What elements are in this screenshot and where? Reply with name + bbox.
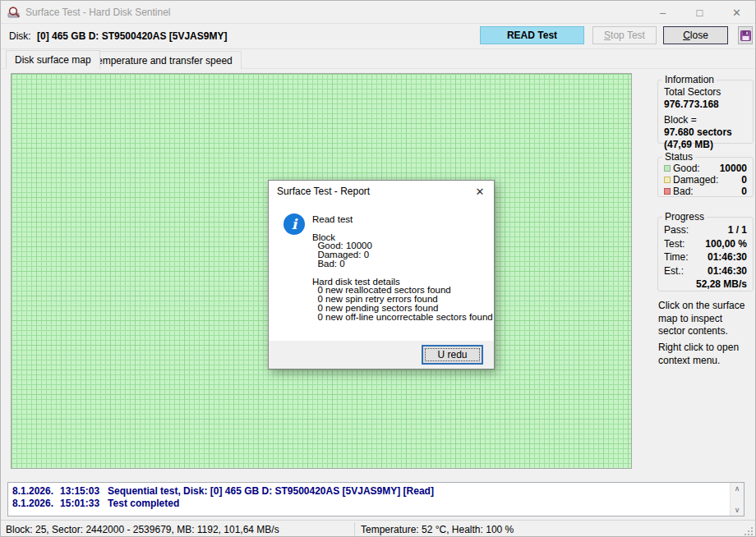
scroll-up-icon[interactable]: ∧ — [731, 483, 744, 494]
progress-title: Progress — [662, 211, 707, 223]
speed-value: 52,28 MB/s — [696, 278, 747, 291]
test-label: Test: — [664, 237, 685, 251]
progress-panel: Progress Pass: 1 / 1 Test: 100,00 % Time… — [657, 217, 754, 291]
log-time: 15:01:33 — [60, 498, 99, 509]
surface-map-hint: Click on the surface map to inspect sect… — [658, 300, 752, 338]
dialog-title: Surface Test - Report — [277, 186, 370, 197]
damaged-value: 0 — [741, 174, 747, 186]
test-value: 100,00 % — [705, 237, 747, 251]
tab-disk-surface-map[interactable]: Disk surface map — [6, 50, 100, 69]
save-icon — [740, 30, 751, 41]
surface-test-window: Surface Test - Hard Disk Sentinel – □ ✕ … — [0, 0, 756, 537]
log-entry: 8.1.2026.13:15:03Sequential test, Disk: … — [12, 485, 726, 498]
close-icon[interactable]: ✕ — [718, 1, 755, 24]
est-label: Est.: — [664, 264, 684, 278]
block-sectors: 97.680 sectors — [664, 126, 753, 139]
status-row-good: Good: 10000 — [664, 163, 747, 174]
total-sectors-label: Total Sectors — [664, 86, 753, 99]
report-dialog: Surface Test - Report ✕ i Read test Bloc… — [268, 180, 495, 369]
app-icon — [7, 6, 21, 19]
dialog-footer: U redu — [269, 341, 494, 369]
progress-row-test: Test: 100,00 % — [664, 237, 747, 251]
tab-temperature-speed[interactable]: Temperature and transfer speed — [83, 51, 242, 69]
good-color-swatch-icon — [664, 165, 671, 172]
log-scrollbar[interactable]: ∧ ∨ — [730, 483, 744, 516]
close-button[interactable]: Close — [663, 26, 728, 44]
scroll-down-icon[interactable]: ∨ — [731, 504, 744, 516]
good-value: 10000 — [720, 163, 747, 174]
titlebar: Surface Test - Hard Disk Sentinel – □ ✕ — [1, 1, 755, 24]
disk-value: [0] 465 GB D: ST9500420AS [5VJAS9MY] — [37, 30, 227, 42]
read-test-button[interactable]: READ Test — [480, 26, 584, 44]
save-report-button[interactable] — [738, 26, 753, 44]
information-panel: Information Total Sectors 976.773.168 Bl… — [657, 80, 754, 144]
dialog-close-icon[interactable]: ✕ — [466, 181, 494, 202]
window-controls: – □ ✕ — [644, 1, 755, 24]
window-title: Surface Test - Hard Disk Sentinel — [25, 7, 171, 18]
est-value: 01:46:30 — [708, 264, 747, 278]
report-line — [312, 224, 493, 233]
log-entry: 8.1.2026.15:01:33Test completed — [12, 498, 726, 510]
progress-row-pass: Pass: 1 / 1 — [664, 223, 747, 237]
log-text: Test completed — [108, 498, 179, 509]
statusbar: Block: 25, Sector: 2442000 - 2539679, MB… — [1, 520, 755, 537]
dialog-report-text: Read test Block Good: 10000 Damaged: 0 B… — [312, 215, 493, 322]
time-value: 01:46:30 — [708, 250, 747, 264]
time-label: Time: — [664, 250, 689, 264]
status-row-damaged: Damaged: 0 — [664, 174, 747, 186]
context-menu-hint: Right click to open context menu. — [658, 342, 752, 367]
statusbar-divider — [354, 522, 355, 537]
test-log: 8.1.2026.13:15:03Sequential test, Disk: … — [7, 482, 744, 516]
log-text: Sequential test, Disk: [0] 465 GB D: ST9… — [108, 485, 434, 497]
bad-value: 0 — [741, 186, 747, 197]
report-line: Bad: 0 — [312, 259, 493, 268]
stop-test-button[interactable]: Stop Test — [592, 26, 657, 44]
stop-test-accel: S — [604, 30, 611, 41]
resize-grip[interactable] — [744, 526, 754, 536]
minimize-icon[interactable]: – — [644, 1, 681, 24]
status-title: Status — [662, 151, 695, 163]
maximize-icon[interactable]: □ — [681, 1, 718, 24]
information-title: Information — [662, 74, 717, 85]
progress-row-speed: 52,28 MB/s — [664, 278, 747, 291]
pass-value: 1 / 1 — [728, 223, 747, 237]
close-rest: lose — [690, 30, 708, 41]
log-date: 8.1.2026. — [12, 485, 53, 497]
damaged-color-swatch-icon — [664, 177, 671, 183]
good-label: Good: — [673, 163, 700, 174]
statusbar-temp-health: Temperature: 52 °C, Health: 100 % — [361, 524, 514, 535]
total-sectors-value: 976.773.168 — [664, 99, 753, 111]
bad-color-swatch-icon — [664, 188, 671, 195]
stop-test-rest: top Test — [611, 30, 645, 41]
damaged-label: Damaged: — [673, 174, 718, 186]
log-time: 13:15:03 — [60, 485, 99, 497]
statusbar-block-info: Block: 25, Sector: 2442000 - 2539679, MB… — [6, 524, 279, 535]
progress-row-est: Est.: 01:46:30 — [664, 264, 747, 278]
report-line: 0 new off-line uncorrectable sectors fou… — [312, 313, 493, 322]
bad-label: Bad: — [673, 186, 694, 197]
block-size: (47,69 MB) — [664, 139, 753, 151]
pass-label: Pass: — [664, 223, 689, 237]
info-icon: i — [284, 213, 305, 235]
disk-label: Disk: — [9, 30, 31, 42]
progress-row-time: Time: 01:46:30 — [664, 250, 747, 264]
ok-button[interactable]: U redu — [422, 345, 483, 365]
status-panel: Status Good: 10000 Damaged: 0 Bad: 0 — [657, 157, 754, 197]
close-accel: C — [683, 30, 690, 41]
status-row-bad: Bad: 0 — [664, 186, 747, 197]
report-line: Read test — [312, 215, 493, 224]
report-line — [312, 268, 493, 278]
log-date: 8.1.2026. — [12, 498, 53, 509]
block-label: Block = — [664, 114, 753, 126]
